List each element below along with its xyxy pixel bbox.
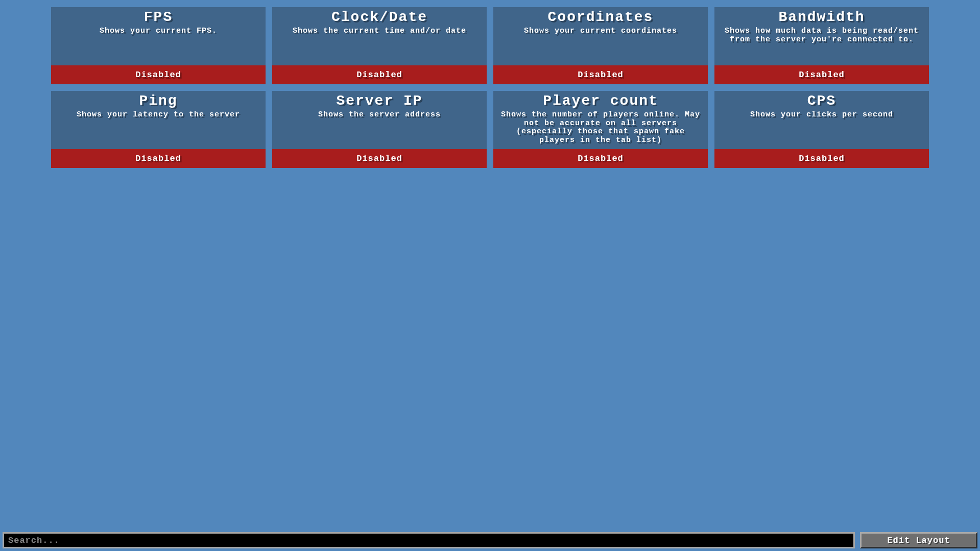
module-title: CPS xyxy=(720,93,924,109)
module-status-button[interactable]: Disabled xyxy=(714,65,929,84)
module-card-cps[interactable]: CPS Shows your clicks per second Disable… xyxy=(714,91,929,168)
module-card-fps[interactable]: FPS Shows your current FPS. Disabled xyxy=(51,7,266,84)
module-card-player-count[interactable]: Player count Shows the number of players… xyxy=(493,91,708,168)
module-card-clock-date[interactable]: Clock/Date Shows the current time and/or… xyxy=(272,7,487,84)
module-body: Bandwidth Shows how much data is being r… xyxy=(714,7,929,65)
module-status-button[interactable]: Disabled xyxy=(493,65,708,84)
module-desc: Shows the server address xyxy=(277,111,482,119)
module-title: Ping xyxy=(56,93,260,109)
module-desc: Shows the number of players online. May … xyxy=(498,111,703,145)
module-grid: FPS Shows your current FPS. Disabled Clo… xyxy=(0,0,980,168)
module-body: Server IP Shows the server address xyxy=(272,91,487,149)
module-desc: Shows your current coordinates xyxy=(498,27,703,36)
module-status-button[interactable]: Disabled xyxy=(51,149,266,168)
module-desc: Shows how much data is being read/sent f… xyxy=(720,27,924,44)
module-title: Bandwidth xyxy=(720,9,924,25)
module-body: Coordinates Shows your current coordinat… xyxy=(493,7,708,65)
module-status-button[interactable]: Disabled xyxy=(493,149,708,168)
module-desc: Shows your latency to the server xyxy=(56,111,260,119)
module-card-coordinates[interactable]: Coordinates Shows your current coordinat… xyxy=(493,7,708,84)
module-status-button[interactable]: Disabled xyxy=(51,65,266,84)
module-body: Player count Shows the number of players… xyxy=(493,91,708,149)
module-title: Player count xyxy=(498,93,703,109)
module-title: Server IP xyxy=(277,93,482,109)
module-title: FPS xyxy=(56,9,260,25)
bottom-bar: Edit Layout xyxy=(3,532,977,548)
module-status-button[interactable]: Disabled xyxy=(272,149,487,168)
edit-layout-button[interactable]: Edit Layout xyxy=(860,532,977,548)
module-title: Coordinates xyxy=(498,9,703,25)
module-card-server-ip[interactable]: Server IP Shows the server address Disab… xyxy=(272,91,487,168)
search-input[interactable] xyxy=(3,532,855,548)
module-body: FPS Shows your current FPS. xyxy=(51,7,266,65)
module-body: CPS Shows your clicks per second xyxy=(714,91,929,149)
module-status-button[interactable]: Disabled xyxy=(714,149,929,168)
module-card-bandwidth[interactable]: Bandwidth Shows how much data is being r… xyxy=(714,7,929,84)
module-body: Ping Shows your latency to the server xyxy=(51,91,266,149)
module-status-button[interactable]: Disabled xyxy=(272,65,487,84)
module-body: Clock/Date Shows the current time and/or… xyxy=(272,7,487,65)
module-title: Clock/Date xyxy=(277,9,482,25)
module-card-ping[interactable]: Ping Shows your latency to the server Di… xyxy=(51,91,266,168)
module-desc: Shows your clicks per second xyxy=(720,111,924,119)
module-desc: Shows the current time and/or date xyxy=(277,27,482,36)
module-desc: Shows your current FPS. xyxy=(56,27,260,36)
